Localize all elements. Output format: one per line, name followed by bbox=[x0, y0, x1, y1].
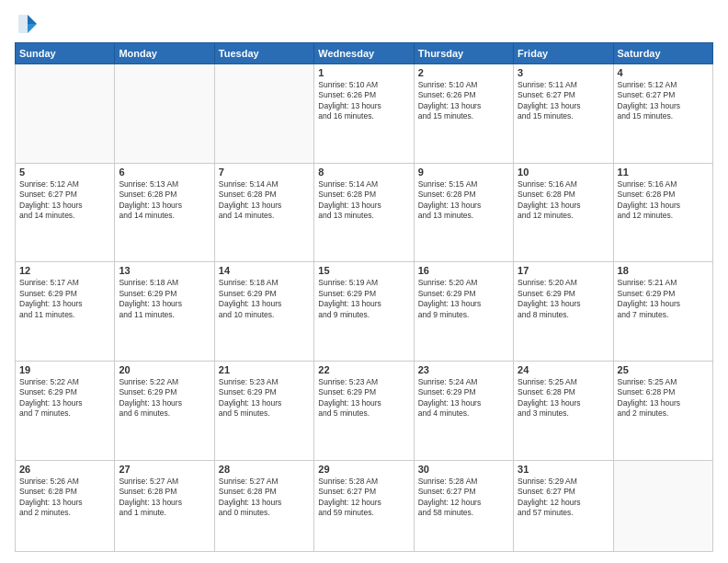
day-info: Sunrise: 5:29 AM Sunset: 6:27 PM Dayligh… bbox=[518, 477, 609, 519]
calendar-cell: 16Sunrise: 5:20 AM Sunset: 6:29 PM Dayli… bbox=[414, 262, 513, 362]
day-number: 8 bbox=[318, 167, 409, 178]
day-number: 1 bbox=[318, 67, 409, 78]
day-number: 7 bbox=[219, 167, 310, 178]
calendar-week-row: 1Sunrise: 5:10 AM Sunset: 6:26 PM Daylig… bbox=[16, 64, 713, 164]
day-info: Sunrise: 5:15 AM Sunset: 6:28 PM Dayligh… bbox=[418, 179, 509, 222]
calendar-cell bbox=[16, 64, 115, 164]
page: SundayMondayTuesdayWednesdayThursdayFrid… bbox=[0, 0, 728, 563]
day-info: Sunrise: 5:14 AM Sunset: 6:28 PM Dayligh… bbox=[318, 179, 409, 222]
day-number: 30 bbox=[418, 464, 509, 475]
weekday-header-saturday: Saturday bbox=[613, 43, 712, 64]
day-number: 15 bbox=[318, 265, 409, 276]
logo-icon bbox=[15, 11, 40, 37]
day-number: 12 bbox=[19, 265, 110, 276]
weekday-header-wednesday: Wednesday bbox=[314, 43, 414, 64]
calendar-cell: 17Sunrise: 5:20 AM Sunset: 6:29 PM Dayli… bbox=[514, 262, 613, 362]
weekday-header-friday: Friday bbox=[514, 43, 613, 64]
day-info: Sunrise: 5:21 AM Sunset: 6:29 PM Dayligh… bbox=[618, 278, 709, 320]
day-number: 17 bbox=[518, 265, 609, 276]
day-number: 18 bbox=[618, 265, 709, 276]
day-info: Sunrise: 5:28 AM Sunset: 6:27 PM Dayligh… bbox=[418, 477, 509, 519]
weekday-header-tuesday: Tuesday bbox=[214, 43, 313, 64]
day-number: 3 bbox=[518, 67, 609, 78]
day-number: 22 bbox=[318, 364, 409, 375]
calendar-cell: 13Sunrise: 5:18 AM Sunset: 6:29 PM Dayli… bbox=[115, 262, 214, 362]
calendar-cell: 26Sunrise: 5:26 AM Sunset: 6:28 PM Dayli… bbox=[16, 460, 115, 551]
calendar-cell: 29Sunrise: 5:28 AM Sunset: 6:27 PM Dayli… bbox=[314, 460, 414, 551]
calendar-cell: 5Sunrise: 5:12 AM Sunset: 6:27 PM Daylig… bbox=[16, 163, 115, 262]
day-number: 25 bbox=[618, 364, 709, 375]
day-number: 9 bbox=[418, 167, 509, 178]
day-number: 24 bbox=[518, 364, 609, 375]
day-number: 23 bbox=[418, 364, 509, 375]
day-info: Sunrise: 5:18 AM Sunset: 6:29 PM Dayligh… bbox=[219, 278, 310, 320]
day-info: Sunrise: 5:14 AM Sunset: 6:28 PM Dayligh… bbox=[219, 179, 310, 222]
day-number: 26 bbox=[19, 464, 110, 475]
calendar-cell: 12Sunrise: 5:17 AM Sunset: 6:29 PM Dayli… bbox=[16, 262, 115, 362]
day-number: 19 bbox=[19, 364, 110, 375]
day-number: 10 bbox=[518, 167, 609, 178]
day-number: 31 bbox=[518, 464, 609, 475]
logo bbox=[15, 11, 44, 37]
day-number: 2 bbox=[418, 67, 509, 78]
calendar-week-row: 12Sunrise: 5:17 AM Sunset: 6:29 PM Dayli… bbox=[16, 262, 713, 362]
day-info: Sunrise: 5:19 AM Sunset: 6:29 PM Dayligh… bbox=[318, 278, 409, 320]
calendar-cell: 18Sunrise: 5:21 AM Sunset: 6:29 PM Dayli… bbox=[613, 262, 712, 362]
calendar-cell: 14Sunrise: 5:18 AM Sunset: 6:29 PM Dayli… bbox=[214, 262, 313, 362]
calendar-cell: 9Sunrise: 5:15 AM Sunset: 6:28 PM Daylig… bbox=[414, 163, 513, 262]
day-info: Sunrise: 5:24 AM Sunset: 6:29 PM Dayligh… bbox=[418, 377, 509, 419]
calendar-cell: 22Sunrise: 5:23 AM Sunset: 6:29 PM Dayli… bbox=[314, 361, 414, 460]
day-info: Sunrise: 5:23 AM Sunset: 6:29 PM Dayligh… bbox=[318, 377, 409, 419]
day-info: Sunrise: 5:12 AM Sunset: 6:27 PM Dayligh… bbox=[19, 179, 110, 222]
day-number: 21 bbox=[219, 364, 310, 375]
calendar-week-row: 26Sunrise: 5:26 AM Sunset: 6:28 PM Dayli… bbox=[16, 460, 713, 551]
calendar-cell: 21Sunrise: 5:23 AM Sunset: 6:29 PM Dayli… bbox=[214, 361, 313, 460]
calendar-cell: 25Sunrise: 5:25 AM Sunset: 6:28 PM Dayli… bbox=[613, 361, 712, 460]
svg-rect-2 bbox=[18, 15, 28, 33]
calendar-cell: 28Sunrise: 5:27 AM Sunset: 6:28 PM Dayli… bbox=[214, 460, 313, 551]
calendar-cell: 1Sunrise: 5:10 AM Sunset: 6:26 PM Daylig… bbox=[314, 64, 414, 164]
day-info: Sunrise: 5:25 AM Sunset: 6:28 PM Dayligh… bbox=[618, 377, 709, 419]
calendar-cell bbox=[613, 460, 712, 551]
day-number: 5 bbox=[19, 167, 110, 178]
day-number: 28 bbox=[219, 464, 310, 475]
day-info: Sunrise: 5:13 AM Sunset: 6:28 PM Dayligh… bbox=[119, 179, 210, 222]
day-info: Sunrise: 5:10 AM Sunset: 6:26 PM Dayligh… bbox=[418, 80, 509, 122]
weekday-header-sunday: Sunday bbox=[16, 43, 115, 64]
calendar-cell: 4Sunrise: 5:12 AM Sunset: 6:27 PM Daylig… bbox=[613, 64, 712, 164]
calendar-cell: 30Sunrise: 5:28 AM Sunset: 6:27 PM Dayli… bbox=[414, 460, 513, 551]
day-number: 11 bbox=[618, 167, 709, 178]
day-number: 14 bbox=[219, 265, 310, 276]
day-number: 13 bbox=[119, 265, 210, 276]
day-info: Sunrise: 5:22 AM Sunset: 6:29 PM Dayligh… bbox=[19, 377, 110, 419]
weekday-header-monday: Monday bbox=[115, 43, 214, 64]
calendar-week-row: 19Sunrise: 5:22 AM Sunset: 6:29 PM Dayli… bbox=[16, 361, 713, 460]
day-info: Sunrise: 5:10 AM Sunset: 6:26 PM Dayligh… bbox=[318, 80, 409, 122]
header bbox=[15, 11, 713, 37]
day-info: Sunrise: 5:17 AM Sunset: 6:29 PM Dayligh… bbox=[19, 278, 110, 320]
day-info: Sunrise: 5:16 AM Sunset: 6:28 PM Dayligh… bbox=[518, 179, 609, 222]
weekday-header-row: SundayMondayTuesdayWednesdayThursdayFrid… bbox=[16, 43, 713, 64]
calendar-cell: 24Sunrise: 5:25 AM Sunset: 6:28 PM Dayli… bbox=[514, 361, 613, 460]
day-info: Sunrise: 5:20 AM Sunset: 6:29 PM Dayligh… bbox=[518, 278, 609, 320]
calendar-cell: 2Sunrise: 5:10 AM Sunset: 6:26 PM Daylig… bbox=[414, 64, 513, 164]
day-info: Sunrise: 5:23 AM Sunset: 6:29 PM Dayligh… bbox=[219, 377, 310, 419]
svg-marker-1 bbox=[28, 24, 37, 33]
day-number: 20 bbox=[119, 364, 210, 375]
calendar-cell: 15Sunrise: 5:19 AM Sunset: 6:29 PM Dayli… bbox=[314, 262, 414, 362]
calendar-table: SundayMondayTuesdayWednesdayThursdayFrid… bbox=[15, 42, 713, 552]
day-info: Sunrise: 5:22 AM Sunset: 6:29 PM Dayligh… bbox=[119, 377, 210, 419]
day-number: 4 bbox=[618, 67, 709, 78]
day-info: Sunrise: 5:20 AM Sunset: 6:29 PM Dayligh… bbox=[418, 278, 509, 320]
day-number: 6 bbox=[119, 167, 210, 178]
day-number: 16 bbox=[418, 265, 509, 276]
calendar-cell: 10Sunrise: 5:16 AM Sunset: 6:28 PM Dayli… bbox=[514, 163, 613, 262]
calendar-cell: 20Sunrise: 5:22 AM Sunset: 6:29 PM Dayli… bbox=[115, 361, 214, 460]
svg-marker-0 bbox=[28, 15, 37, 24]
calendar-cell: 6Sunrise: 5:13 AM Sunset: 6:28 PM Daylig… bbox=[115, 163, 214, 262]
day-info: Sunrise: 5:28 AM Sunset: 6:27 PM Dayligh… bbox=[318, 477, 409, 519]
calendar-cell bbox=[115, 64, 214, 164]
day-info: Sunrise: 5:27 AM Sunset: 6:28 PM Dayligh… bbox=[119, 477, 210, 519]
day-info: Sunrise: 5:25 AM Sunset: 6:28 PM Dayligh… bbox=[518, 377, 609, 419]
day-info: Sunrise: 5:18 AM Sunset: 6:29 PM Dayligh… bbox=[119, 278, 210, 320]
